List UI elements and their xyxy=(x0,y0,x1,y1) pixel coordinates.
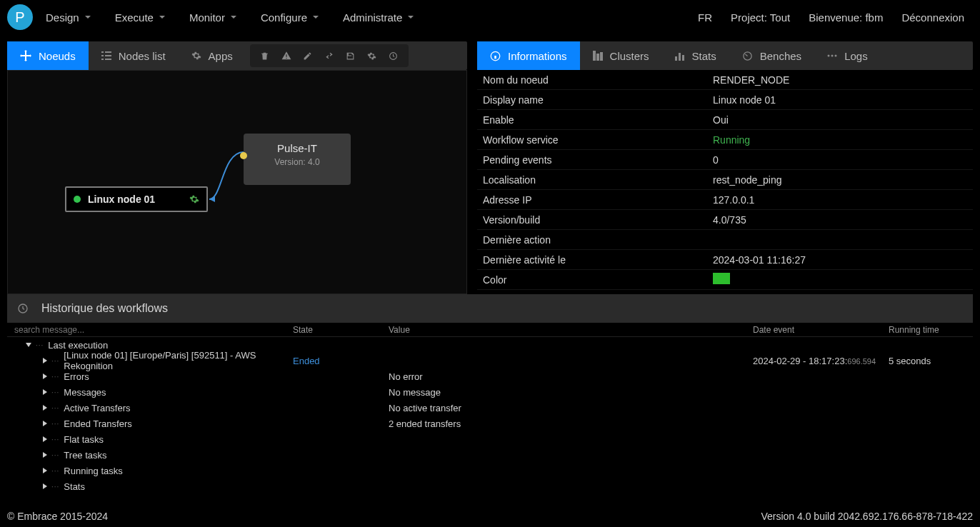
save-icon[interactable] xyxy=(340,45,361,66)
tree-item[interactable]: ···Tree tasks xyxy=(7,447,973,463)
tab-stats[interactable]: Stats xyxy=(662,41,729,70)
chevron-down-icon xyxy=(408,16,414,19)
info-key: Color xyxy=(483,274,713,286)
chevron-right-icon xyxy=(43,436,47,442)
left-tabbar: Noeuds Nodes list Apps xyxy=(7,41,467,70)
settings-icon[interactable] xyxy=(361,45,383,66)
tree-label: Tree tasks xyxy=(64,450,106,461)
tab-apps[interactable]: Apps xyxy=(179,41,246,70)
svg-rect-10 xyxy=(596,54,599,61)
info-key: Enable xyxy=(483,114,713,126)
info-value: 2024-03-01 11:16:27 xyxy=(713,254,967,266)
right-tabbar: Informations Clusters Stats Benches Logs xyxy=(477,41,973,70)
tree-value: No active transfer xyxy=(389,403,753,413)
col-state: State xyxy=(293,325,389,335)
tree-item[interactable]: ···Flat tasks xyxy=(7,431,973,447)
tab-clusters[interactable]: Clusters xyxy=(580,41,662,70)
nav-administrate[interactable]: Administrate xyxy=(343,11,414,24)
top-bar: P Design Execute Monitor Configure Admin… xyxy=(0,0,980,34)
date-ms: 696.594 xyxy=(847,357,876,366)
info-row: Workflow serviceRunning xyxy=(477,130,973,150)
tree-value: No error xyxy=(389,371,753,382)
info-value: Linux node 01 xyxy=(713,94,967,106)
lang-button[interactable]: FR xyxy=(698,11,712,24)
history-tree: ···Last execution ···[Linux node 01] [Eu… xyxy=(7,337,973,494)
tree-item[interactable]: ···ErrorsNo error xyxy=(7,368,973,384)
chevron-right-icon xyxy=(43,373,47,379)
col-date: Date event xyxy=(753,325,889,335)
gear-icon[interactable] xyxy=(189,194,199,204)
tab-label: Noeuds xyxy=(39,50,76,62)
color-swatch xyxy=(713,273,730,284)
nav-label: Configure xyxy=(261,11,307,24)
tab-benches[interactable]: Benches xyxy=(729,41,814,70)
info-row: Dernière action xyxy=(477,230,973,250)
project-button[interactable]: Project: Tout xyxy=(731,11,790,24)
status-dot xyxy=(74,196,81,203)
tree-dots: ··· xyxy=(51,357,59,365)
tab-label: Logs xyxy=(844,50,868,62)
exec-runtime: 5 seconds xyxy=(889,356,973,366)
tab-logs[interactable]: Logs xyxy=(814,41,881,70)
info-row: Display nameLinux node 01 xyxy=(477,90,973,110)
central-node[interactable]: Pulse-IT Version: 4.0 xyxy=(244,134,351,185)
svg-point-17 xyxy=(831,55,834,57)
trash-icon[interactable] xyxy=(254,45,276,66)
info-key: Localisation xyxy=(483,174,713,186)
tab-label: Stats xyxy=(692,50,716,62)
nav-configure[interactable]: Configure xyxy=(261,11,319,24)
tab-noeuds[interactable]: Noeuds xyxy=(7,41,89,70)
tree-item[interactable]: ···Stats xyxy=(7,478,973,494)
logout-button[interactable]: Déconnexion xyxy=(901,11,964,24)
info-row: Dernière activité le2024-03-01 11:16:27 xyxy=(477,250,973,270)
footer: © Embrace 2015-2024 Version 4.0 build 20… xyxy=(0,506,980,527)
tree-label: Stats xyxy=(64,481,85,492)
chevron-right-icon xyxy=(43,483,47,489)
exec-date: 2024-02-29 - 18:17:23:696.594 xyxy=(753,356,889,366)
tree-dots: ··· xyxy=(51,451,59,459)
tree-item[interactable]: ···Ended Transfers2 ended transfers xyxy=(7,416,973,431)
nav-label: Design xyxy=(46,11,79,24)
worker-node[interactable]: Linux node 01 xyxy=(65,186,208,212)
warning-icon[interactable] xyxy=(276,45,297,66)
tab-nodes-list[interactable]: Nodes list xyxy=(89,41,179,70)
welcome-label: Bienvenue: fbm xyxy=(809,11,883,24)
nav-monitor[interactable]: Monitor xyxy=(189,11,236,24)
tab-informations[interactable]: Informations xyxy=(477,41,580,70)
svg-rect-3 xyxy=(105,55,111,56)
tree-dots: ··· xyxy=(51,483,59,491)
info-row: Adresse IP127.0.0.1 xyxy=(477,190,973,210)
svg-point-18 xyxy=(835,55,837,57)
history-icon xyxy=(17,303,29,314)
pencil-icon[interactable] xyxy=(297,45,319,66)
info-table: Nom du noeudRENDER_NODEDisplay nameLinux… xyxy=(477,70,973,294)
info-row: EnableOui xyxy=(477,110,973,130)
chevron-down-icon xyxy=(85,16,91,19)
tab-label: Informations xyxy=(508,50,567,62)
chevron-down-icon xyxy=(26,343,31,347)
nav-execute[interactable]: Execute xyxy=(115,11,165,24)
graph-canvas[interactable]: Pulse-IT Version: 4.0 Linux node 01 xyxy=(7,70,467,294)
tree-execution[interactable]: ···[Linux node 01] [Europe/Paris] [59251… xyxy=(7,353,973,368)
tab-label: Benches xyxy=(760,50,801,62)
info-row: Color xyxy=(477,270,973,290)
nav-label: Monitor xyxy=(189,11,225,24)
tree-item[interactable]: ···Running tasks xyxy=(7,463,973,478)
list-icon xyxy=(101,51,111,61)
info-value: RENDER_NODE xyxy=(713,74,967,86)
clock-icon[interactable] xyxy=(383,45,404,66)
transfer-icon[interactable] xyxy=(319,45,340,66)
nav-design[interactable]: Design xyxy=(46,11,91,24)
nav-label: Execute xyxy=(115,11,154,24)
search-input[interactable] xyxy=(7,325,293,335)
tab-label: Apps xyxy=(209,50,233,62)
exec-state: Ended xyxy=(293,356,389,366)
tree-item[interactable]: ···Active TransfersNo active transfer xyxy=(7,400,973,416)
tree-item[interactable]: ···MessagesNo message xyxy=(7,384,973,400)
info-key: Display name xyxy=(483,94,713,106)
tree-label: Flat tasks xyxy=(64,434,104,445)
info-value: 4.0/735 xyxy=(713,214,967,226)
tree-label: [Linux node 01] [Europe/Paris] [592511] … xyxy=(64,350,293,371)
node-port[interactable] xyxy=(240,152,247,159)
tree-label: Active Transfers xyxy=(64,403,130,413)
